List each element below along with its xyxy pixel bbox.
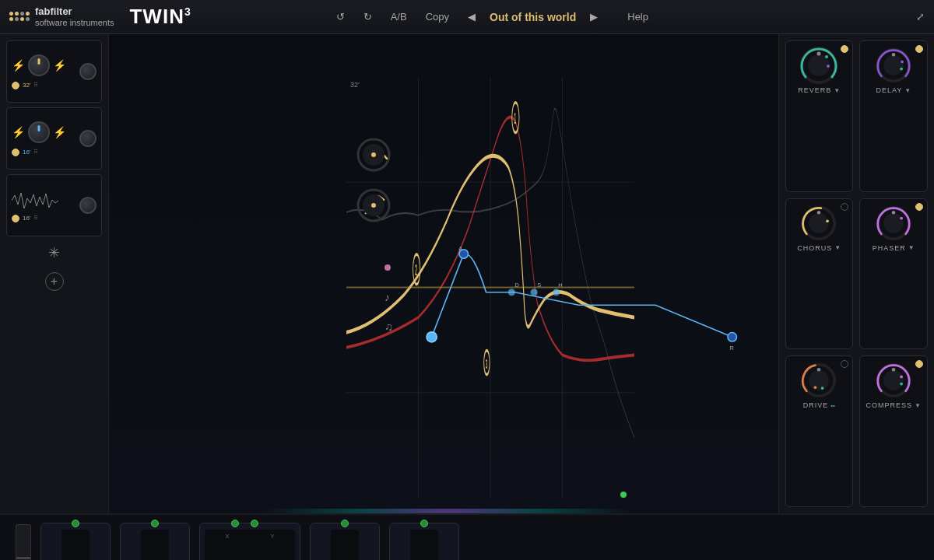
phaser-dropdown[interactable]: ▼ <box>908 244 915 251</box>
svg-point-55 <box>891 368 895 372</box>
filter-rotate-knob-1[interactable] <box>354 135 393 177</box>
left-panel: ⚡ ⚡ 32' ⠿ ⚡ <box>0 34 109 513</box>
svg-text:D: D <box>514 282 518 289</box>
maximize-button[interactable]: ⤢ <box>916 11 925 23</box>
copy-button[interactable]: Copy <box>421 9 454 24</box>
svg-point-15 <box>371 152 376 157</box>
effects-indicator <box>420 520 428 527</box>
chorus-power-button[interactable] <box>841 203 848 211</box>
noise-level-knob[interactable] <box>79 197 97 214</box>
drive-label-row: DRIVE •• <box>803 401 835 409</box>
placement-xy[interactable]: X Y <box>205 530 295 560</box>
svg-point-52 <box>821 387 824 390</box>
svg-point-33 <box>825 55 828 58</box>
compress-dropdown[interactable]: ▼ <box>915 402 921 409</box>
toolbar-center: ↺ ↻ A/B Copy ◀ Out of this world ▶ Help <box>332 9 648 24</box>
reverb-label: REVERB <box>798 86 831 94</box>
reverb-dropdown[interactable]: ▼ <box>834 87 840 94</box>
svg-point-45 <box>883 213 904 233</box>
svg-text:R: R <box>729 345 733 352</box>
filter-rotate-knob-2[interactable] <box>354 186 393 228</box>
envelope-display: A D S H R <box>413 221 771 376</box>
placement-indicator-x <box>231 520 239 527</box>
osc1-power-button[interactable] <box>12 82 19 89</box>
delay-dropdown[interactable]: ▼ <box>904 87 911 94</box>
placement-slot: X Y Placement <box>199 523 300 560</box>
logo-area: fabfilter software instruments <box>9 5 114 28</box>
chorus-knob[interactable] <box>801 205 837 241</box>
svg-point-36 <box>883 55 904 75</box>
brightness-fader[interactable] <box>141 530 169 560</box>
crunch-fader[interactable] <box>331 530 359 560</box>
svg-text:S: S <box>537 282 541 289</box>
delay-power-button[interactable] <box>915 45 923 53</box>
svg-text:A: A <box>458 245 462 252</box>
osc1-fine-knob[interactable] <box>79 63 97 80</box>
phaser-knob[interactable] <box>876 205 911 241</box>
osc1-wave-icon: ⚡ <box>12 60 25 71</box>
delay-label-row: DELAY ▼ <box>876 86 911 94</box>
osc2-pitch-label: 16' <box>23 149 30 156</box>
osc2-wave2-icon: ⚡ <box>53 127 66 138</box>
logo-dot <box>26 17 30 21</box>
adsr-svg: A D S H R <box>413 221 771 376</box>
note-icon[interactable]: ♫ <box>384 320 393 333</box>
svg-point-21 <box>508 289 514 296</box>
effects-fader[interactable] <box>410 530 438 560</box>
osc2-power-button[interactable] <box>12 149 19 156</box>
envelope-fader[interactable] <box>61 530 90 560</box>
mod-dot-1 <box>384 264 391 271</box>
drive-power-button[interactable] <box>841 360 848 368</box>
redo-button[interactable]: ↻ <box>359 9 377 24</box>
ab-button[interactable]: A/B <box>386 9 412 24</box>
logo-grid <box>9 12 30 22</box>
svg-point-47 <box>900 216 903 219</box>
svg-point-39 <box>900 68 903 71</box>
effects-slot: Effects <box>389 523 459 560</box>
svg-point-38 <box>901 61 904 64</box>
osc2-fine-knob[interactable] <box>79 130 97 147</box>
star-icon: ✳ <box>48 244 60 261</box>
chorus-label-row: CHORUS ▼ <box>797 244 841 252</box>
arpeggio-icon[interactable]: ♪ <box>384 291 390 303</box>
brightness-slot: Brightness <box>120 523 190 560</box>
add-oscillator-button[interactable]: + <box>45 272 64 291</box>
logo-dot <box>26 12 30 16</box>
compress-label-row: COMPRESS ▼ <box>866 401 921 409</box>
delay-label: DELAY <box>876 86 902 94</box>
noise-power-button[interactable] <box>12 215 19 222</box>
phaser-label-row: PHASER ▼ <box>873 244 915 252</box>
drive-knob[interactable] <box>801 362 837 398</box>
svg-point-27 <box>728 333 737 342</box>
logo-dot <box>20 17 24 21</box>
osc1-pitch-knob[interactable] <box>28 54 50 76</box>
osc2-pitch-knob[interactable] <box>28 121 50 143</box>
next-preset-button[interactable]: ▶ <box>585 9 602 24</box>
svg-point-29 <box>427 332 437 342</box>
phaser-module: PHASER ▼ <box>859 198 928 350</box>
prev-preset-button[interactable]: ◀ <box>463 9 480 24</box>
compress-knob[interactable] <box>876 362 911 398</box>
chorus-dropdown[interactable]: ▼ <box>834 244 841 251</box>
osc1-pitch-label: 32' <box>23 82 30 89</box>
crunch-indicator <box>341 520 349 527</box>
osc1-type-dots: ⠿ <box>33 82 38 89</box>
undo-button[interactable]: ↺ <box>332 9 349 24</box>
preset-name: Out of this world <box>490 11 576 23</box>
svg-text:1: 1 <box>514 110 517 127</box>
svg-point-54 <box>883 370 904 390</box>
phaser-power-button[interactable] <box>915 203 923 211</box>
reverb-power-button[interactable] <box>841 45 848 53</box>
envelope-indicator <box>72 520 79 527</box>
svg-point-32 <box>817 52 821 56</box>
logo-dot <box>15 12 19 16</box>
svg-point-22 <box>531 289 537 296</box>
svg-point-18 <box>371 203 376 208</box>
help-button[interactable]: Help <box>627 11 648 23</box>
delay-knob[interactable] <box>876 47 911 83</box>
reverb-module: REVERB ▼ <box>785 40 853 192</box>
compress-power-button[interactable] <box>915 360 923 368</box>
svg-text:H: H <box>558 282 562 289</box>
osc1-wave2-icon: ⚡ <box>53 60 66 71</box>
reverb-knob[interactable] <box>801 47 837 83</box>
